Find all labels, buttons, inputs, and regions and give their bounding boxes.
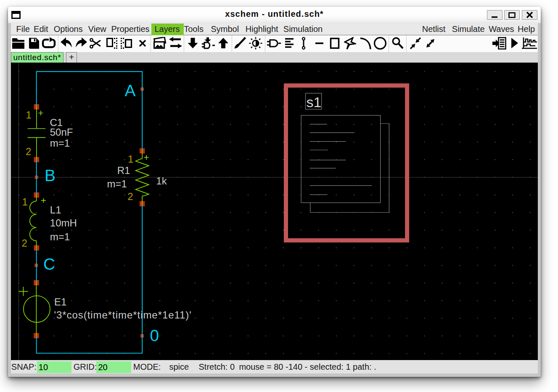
svg-text:2: 2 xyxy=(127,191,133,202)
svg-text:1: 1 xyxy=(26,109,32,121)
svg-text:'3*cos(time*time*time*1e11)': '3*cos(time*time*time*1e11)' xyxy=(54,309,191,321)
svg-text:C: C xyxy=(43,255,55,273)
svg-text:1: 1 xyxy=(128,153,133,165)
svg-text:1: 1 xyxy=(22,196,28,208)
svg-text:L1: L1 xyxy=(50,204,61,216)
svg-text:R1: R1 xyxy=(117,165,130,176)
svg-text:A: A xyxy=(125,82,136,100)
svg-text:E1: E1 xyxy=(54,296,66,308)
svg-text:10mH: 10mH xyxy=(50,217,77,229)
svg-text:50nF: 50nF xyxy=(50,126,73,138)
svg-text:m=1: m=1 xyxy=(50,137,70,149)
svg-text:0: 0 xyxy=(150,326,159,345)
svg-text:2: 2 xyxy=(22,237,27,249)
svg-text:1k: 1k xyxy=(156,175,167,187)
svg-text:2: 2 xyxy=(26,146,31,157)
svg-text:m=1: m=1 xyxy=(107,178,127,189)
svg-text:s1: s1 xyxy=(307,94,322,110)
svg-text:m=1: m=1 xyxy=(50,231,70,242)
svg-text:B: B xyxy=(45,166,56,184)
